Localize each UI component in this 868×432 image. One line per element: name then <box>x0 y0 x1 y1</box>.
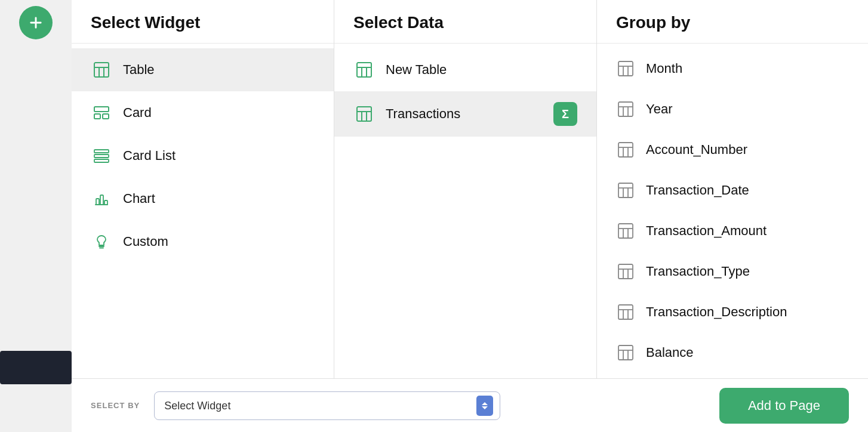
widget-item-card-list-label: Card List <box>123 148 176 163</box>
group-item-transaction-type-label: Transaction_Type <box>646 264 750 279</box>
group-item-balance[interactable]: Balance <box>597 332 868 373</box>
svg-rect-16 <box>357 63 371 77</box>
new-table-icon <box>353 59 375 81</box>
svg-rect-8 <box>94 155 109 158</box>
widget-item-custom[interactable]: Custom <box>72 220 334 263</box>
svg-rect-5 <box>94 114 100 119</box>
svg-rect-36 <box>618 183 633 198</box>
transaction-type-table-icon <box>616 262 635 281</box>
data-item-transactions-label: Transactions <box>386 106 553 122</box>
add-button[interactable] <box>19 6 53 39</box>
group-item-transaction-description[interactable]: Transaction_Description <box>597 292 868 332</box>
custom-icon <box>91 231 112 252</box>
balance-table-icon <box>616 343 635 362</box>
group-item-transaction-type[interactable]: Transaction_Type <box>597 251 868 292</box>
svg-rect-20 <box>357 107 371 121</box>
select-widget-dropdown[interactable]: Select Widget <box>154 391 500 420</box>
card-list-icon <box>91 145 112 166</box>
data-item-transactions[interactable]: Transactions Σ <box>334 91 596 137</box>
group-item-account-number[interactable]: Account_Number <box>597 129 868 170</box>
year-table-icon <box>616 100 635 119</box>
group-column-header: Group by <box>597 0 868 44</box>
widget-column: Select Widget Table <box>72 0 334 378</box>
widget-column-header: Select Widget <box>72 0 334 44</box>
group-item-month-label: Month <box>646 61 682 76</box>
month-table-icon <box>616 59 635 78</box>
data-item-new-table[interactable]: New Table <box>334 48 596 91</box>
add-to-page-button[interactable]: Add to Page <box>719 388 849 424</box>
svg-rect-7 <box>94 150 109 153</box>
group-column-body: Month Year <box>597 44 868 378</box>
main-panel: Select Widget Table <box>72 0 868 432</box>
sidebar <box>0 0 72 432</box>
card-icon <box>91 102 112 124</box>
svg-rect-13 <box>104 200 107 205</box>
data-item-new-table-label: New Table <box>386 62 577 78</box>
sigma-badge: Σ <box>553 102 577 126</box>
account-number-table-icon <box>616 140 635 159</box>
group-item-year-label: Year <box>646 101 672 117</box>
select-by-label: SELECT BY <box>91 401 140 410</box>
svg-rect-40 <box>618 224 633 238</box>
widget-item-table[interactable]: Table <box>72 48 334 91</box>
svg-rect-28 <box>618 102 633 116</box>
svg-rect-52 <box>618 345 633 360</box>
group-item-transaction-amount-label: Transaction_Amount <box>646 223 767 239</box>
group-item-balance-label: Balance <box>646 345 694 360</box>
transaction-description-table-icon <box>616 303 635 322</box>
transaction-date-table-icon <box>616 181 635 200</box>
group-item-year[interactable]: Year <box>597 89 868 129</box>
group-item-transaction-description-label: Transaction_Description <box>646 304 787 320</box>
svg-rect-11 <box>96 199 99 205</box>
sidebar-dark-block <box>0 351 72 384</box>
widget-column-body: Table Card <box>72 44 334 378</box>
widget-item-custom-label: Custom <box>123 234 168 249</box>
data-column-body: New Table Transactions Σ <box>334 44 596 378</box>
data-column-header: Select Data <box>334 0 596 44</box>
svg-rect-12 <box>100 195 103 205</box>
chart-icon <box>91 188 112 209</box>
svg-rect-0 <box>94 63 109 77</box>
svg-rect-4 <box>94 107 109 112</box>
footer: SELECT BY Select Widget Add to Page <box>72 378 868 432</box>
widget-item-table-label: Table <box>123 62 155 78</box>
transactions-icon <box>353 103 375 125</box>
svg-rect-24 <box>618 61 633 76</box>
widget-item-chart[interactable]: Chart <box>72 177 334 220</box>
svg-rect-6 <box>103 114 109 119</box>
svg-rect-9 <box>94 159 109 162</box>
transaction-amount-table-icon <box>616 221 635 240</box>
select-widget-container: Select Widget <box>154 391 500 420</box>
widget-item-chart-label: Chart <box>123 191 155 206</box>
plus-icon <box>27 14 44 31</box>
widget-item-card-label: Card <box>123 105 152 121</box>
table-icon <box>91 59 112 81</box>
group-item-transaction-amount[interactable]: Transaction_Amount <box>597 211 868 251</box>
svg-rect-48 <box>618 305 633 319</box>
widget-item-card-list[interactable]: Card List <box>72 134 334 177</box>
columns-container: Select Widget Table <box>72 0 868 378</box>
svg-rect-44 <box>618 264 633 279</box>
data-column: Select Data New Table <box>334 0 597 378</box>
group-item-month[interactable]: Month <box>597 48 868 89</box>
group-item-transaction-date[interactable]: Transaction_Date <box>597 170 868 211</box>
svg-rect-32 <box>618 143 633 157</box>
group-item-transaction-date-label: Transaction_Date <box>646 183 749 198</box>
group-column: Group by Month <box>597 0 868 378</box>
widget-item-card[interactable]: Card <box>72 91 334 134</box>
group-item-account-number-label: Account_Number <box>646 142 747 158</box>
